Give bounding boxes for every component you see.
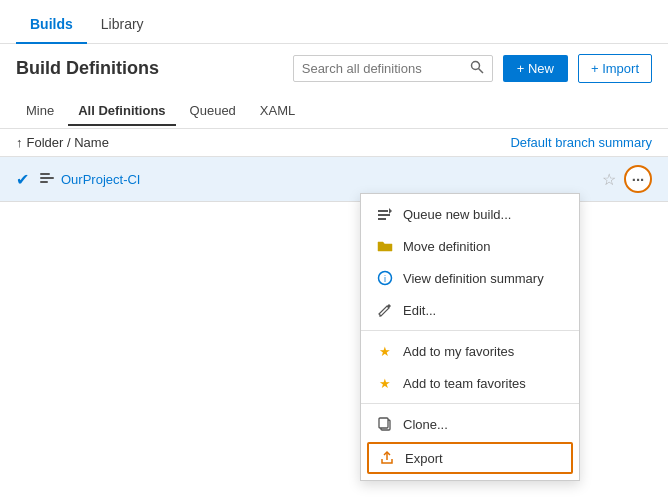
pencil-icon	[377, 302, 393, 318]
sub-tab-xaml[interactable]: XAML	[250, 97, 305, 126]
svg-rect-6	[378, 214, 390, 216]
info-icon: i	[377, 270, 393, 286]
sort-icon: ↑	[16, 135, 23, 150]
search-input[interactable]	[302, 61, 464, 76]
menu-divider-2	[361, 403, 579, 404]
export-icon	[379, 450, 395, 466]
svg-rect-4	[40, 181, 48, 183]
queue-new-build-label: Queue new build...	[403, 207, 511, 222]
nav-tab-builds[interactable]: Builds	[16, 6, 87, 44]
queue-build-icon	[377, 206, 393, 222]
search-box[interactable]	[293, 55, 493, 82]
row-checkbox[interactable]: ✔	[16, 170, 29, 189]
more-options-button[interactable]: ···	[624, 165, 652, 193]
svg-marker-8	[389, 208, 392, 214]
copy-icon	[377, 416, 393, 432]
column-branch-summary: Default branch summary	[510, 135, 652, 150]
folder-icon	[377, 238, 393, 254]
menu-divider-1	[361, 330, 579, 331]
definition-icon	[39, 170, 55, 189]
view-definition-summary-label: View definition summary	[403, 271, 544, 286]
menu-item-move-definition[interactable]: Move definition	[361, 230, 579, 262]
menu-item-view-definition-summary[interactable]: i View definition summary	[361, 262, 579, 294]
sub-navigation: Mine All Definitions Queued XAML	[0, 93, 668, 129]
sub-tab-all-definitions[interactable]: All Definitions	[68, 97, 175, 126]
column-folder-name: ↑ Folder / Name	[16, 135, 510, 150]
svg-rect-3	[40, 177, 54, 179]
svg-point-0	[471, 62, 479, 70]
svg-text:i: i	[384, 274, 386, 284]
svg-line-1	[478, 69, 483, 74]
menu-item-add-to-team-favorites[interactable]: ★ Add to team favorites	[361, 367, 579, 399]
add-to-team-favorites-label: Add to team favorites	[403, 376, 526, 391]
search-icon	[470, 60, 484, 77]
menu-item-edit[interactable]: Edit...	[361, 294, 579, 326]
import-button[interactable]: + Import	[578, 54, 652, 83]
header-row: Build Definitions + New + Import	[0, 44, 668, 93]
menu-item-clone[interactable]: Clone...	[361, 408, 579, 440]
column-folder-label: Folder / Name	[27, 135, 109, 150]
move-definition-label: Move definition	[403, 239, 490, 254]
favorite-star[interactable]: ☆	[602, 170, 616, 189]
svg-rect-5	[378, 210, 388, 212]
export-label: Export	[405, 451, 443, 466]
nav-tab-library[interactable]: Library	[87, 6, 158, 44]
edit-label: Edit...	[403, 303, 436, 318]
page-title: Build Definitions	[16, 58, 159, 79]
svg-rect-2	[40, 173, 50, 175]
menu-item-add-to-my-favorites[interactable]: ★ Add to my favorites	[361, 335, 579, 367]
table-header: ↑ Folder / Name Default branch summary	[0, 129, 668, 157]
menu-item-queue-new-build[interactable]: Queue new build...	[361, 198, 579, 230]
sub-tab-mine[interactable]: Mine	[16, 97, 64, 126]
my-favorites-star-icon: ★	[377, 343, 393, 359]
table-row: ✔ OurProject-CI ☆ ··· Queue new build...	[0, 157, 668, 202]
top-navigation: Builds Library	[0, 0, 668, 44]
dropdown-menu: Queue new build... Move definition i Vie…	[360, 193, 580, 481]
new-button[interactable]: + New	[503, 55, 568, 82]
svg-rect-7	[378, 218, 386, 220]
team-favorites-star-icon: ★	[377, 375, 393, 391]
svg-rect-13	[379, 418, 388, 428]
add-to-my-favorites-label: Add to my favorites	[403, 344, 514, 359]
clone-label: Clone...	[403, 417, 448, 432]
sub-tab-queued[interactable]: Queued	[180, 97, 246, 126]
ellipsis-icon: ···	[632, 171, 645, 188]
menu-item-export[interactable]: Export	[367, 442, 573, 474]
definition-name[interactable]: OurProject-CI	[61, 172, 602, 187]
